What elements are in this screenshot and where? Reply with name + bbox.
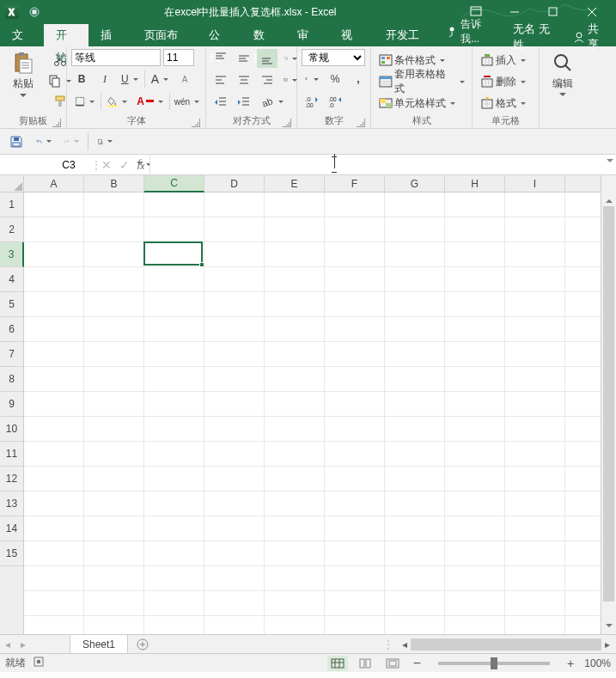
sheet-tab-sheet1[interactable]: Sheet1	[70, 634, 128, 653]
inc-decimal-button[interactable]: .0.00	[302, 92, 322, 111]
row-header-10[interactable]: 10	[0, 417, 23, 442]
format-table-button[interactable]: 套用表格格式	[375, 72, 468, 91]
tab-view[interactable]: 视图	[329, 24, 373, 46]
col-header-G[interactable]: G	[385, 175, 445, 192]
align-launcher[interactable]	[283, 119, 291, 127]
italic-button[interactable]: I	[95, 70, 115, 89]
clipboard-launcher[interactable]	[52, 119, 61, 127]
tab-review[interactable]: 审阅	[285, 24, 329, 46]
percent-button[interactable]: %	[325, 70, 345, 89]
col-header-D[interactable]: D	[204, 175, 265, 192]
row-header-6[interactable]: 6	[0, 317, 23, 342]
number-format-combo[interactable]: 常规	[302, 49, 365, 66]
cell-styles-button[interactable]: 单元格样式	[375, 94, 468, 113]
col-header-H[interactable]: H	[445, 175, 505, 192]
vertical-scrollbar[interactable]	[601, 192, 616, 634]
dec-indent-button[interactable]	[210, 93, 231, 112]
view-normal-button[interactable]	[327, 656, 348, 671]
fill-handle[interactable]	[199, 262, 204, 267]
share-button[interactable]: 共享	[564, 27, 616, 46]
phonetic-button[interactable]: wén	[173, 92, 201, 111]
cancel-formula-icon[interactable]: ✕	[101, 158, 112, 172]
tab-formulas[interactable]: 公式	[197, 24, 241, 46]
inc-indent-button[interactable]	[234, 93, 254, 112]
format-cells-button[interactable]: 格式	[477, 94, 534, 113]
enter-formula-icon[interactable]: ✓	[119, 158, 130, 172]
formula-input[interactable]	[150, 155, 616, 174]
row-header-5[interactable]: 5	[0, 292, 23, 317]
col-header-B[interactable]: B	[84, 175, 144, 192]
align-bottom-button[interactable]	[257, 49, 278, 68]
row-header-2[interactable]: 2	[0, 217, 23, 242]
row-header-15[interactable]: 15	[0, 541, 23, 566]
close-button[interactable]	[572, 0, 611, 24]
sheet-nav-prev[interactable]: ◂	[0, 638, 15, 651]
tab-developer[interactable]: 开发工具	[374, 24, 438, 46]
comma-button[interactable]: ,	[348, 70, 369, 89]
tab-insert[interactable]: 插入	[88, 24, 132, 46]
orientation-button[interactable]: ab	[257, 93, 287, 112]
align-top-button[interactable]	[210, 49, 231, 68]
active-cell[interactable]	[143, 241, 203, 266]
border-button[interactable]	[71, 92, 98, 111]
col-header-A[interactable]: A	[24, 175, 84, 192]
tell-me[interactable]: 告诉我...	[438, 17, 505, 46]
fill-color-button[interactable]	[104, 92, 131, 111]
new-sheet-button[interactable]	[133, 638, 152, 651]
col-header-C[interactable]: C	[144, 175, 204, 192]
undo-button[interactable]	[33, 131, 55, 152]
font-grow-button[interactable]: A	[148, 70, 172, 89]
row-header-7[interactable]: 7	[0, 342, 23, 367]
view-page-break-button[interactable]	[382, 656, 403, 671]
maximize-button[interactable]	[534, 0, 572, 24]
font-color-button[interactable]: A	[133, 92, 167, 111]
zoom-level[interactable]: 100%	[584, 657, 611, 669]
select-all-corner[interactable]	[0, 175, 24, 192]
dec-decimal-button[interactable]: .00.0	[325, 92, 345, 111]
bold-button[interactable]: B	[71, 70, 92, 89]
vertical-scroll-top[interactable]	[601, 175, 616, 192]
row-header-3[interactable]: 3	[0, 242, 24, 267]
row-header-9[interactable]: 9	[0, 392, 23, 417]
zoom-slider[interactable]	[438, 662, 550, 665]
account-name[interactable]: 无名 无姓	[504, 27, 564, 46]
row-header-14[interactable]: 14	[0, 516, 23, 541]
row-header-4[interactable]: 4	[0, 267, 23, 292]
row-header-13[interactable]: 13	[0, 492, 23, 516]
font-name-combo[interactable]	[71, 49, 161, 66]
col-header-F[interactable]: F	[325, 175, 385, 192]
tab-home[interactable]: 开始	[44, 24, 88, 46]
horizontal-scrollbar[interactable]: ◂ ▸	[399, 638, 613, 651]
paste-button[interactable]: 粘贴	[4, 49, 42, 111]
row-header-12[interactable]: 12	[0, 467, 23, 492]
font-shrink-button[interactable]: A	[174, 70, 195, 89]
underline-button[interactable]: U	[118, 70, 142, 89]
tab-page-layout[interactable]: 页面布局	[132, 24, 197, 46]
print-preview-button[interactable]	[94, 131, 116, 152]
zoom-out-button[interactable]: −	[410, 656, 424, 671]
macro-record-icon[interactable]	[33, 656, 45, 670]
align-center-button[interactable]	[234, 70, 254, 89]
tab-file[interactable]: 文件	[0, 24, 44, 46]
accounting-button[interactable]: $	[302, 70, 322, 89]
expand-formula-bar[interactable]	[607, 159, 613, 166]
cell-area[interactable]	[24, 192, 601, 634]
font-launcher[interactable]	[192, 119, 200, 127]
view-page-layout-button[interactable]	[355, 656, 375, 671]
delete-cells-button[interactable]: 删除	[477, 72, 534, 91]
row-header-11[interactable]: 11	[0, 442, 23, 467]
font-size-combo[interactable]	[163, 49, 194, 66]
macro-icon[interactable]	[24, 3, 45, 21]
col-header-E[interactable]: E	[265, 175, 325, 192]
align-middle-button[interactable]	[234, 49, 254, 68]
align-left-button[interactable]	[210, 70, 231, 89]
row-header-8[interactable]: 8	[0, 367, 23, 392]
number-launcher[interactable]	[357, 119, 365, 127]
save-button[interactable]	[5, 131, 27, 152]
find-select-button[interactable]: 编辑	[544, 49, 582, 111]
zoom-in-button[interactable]: +	[564, 657, 577, 670]
fx-icon[interactable]: fx	[137, 157, 144, 171]
sheet-nav-next[interactable]: ▸	[15, 638, 31, 651]
row-header-1[interactable]: 1	[0, 192, 23, 217]
tab-data[interactable]: 数据	[241, 24, 285, 46]
